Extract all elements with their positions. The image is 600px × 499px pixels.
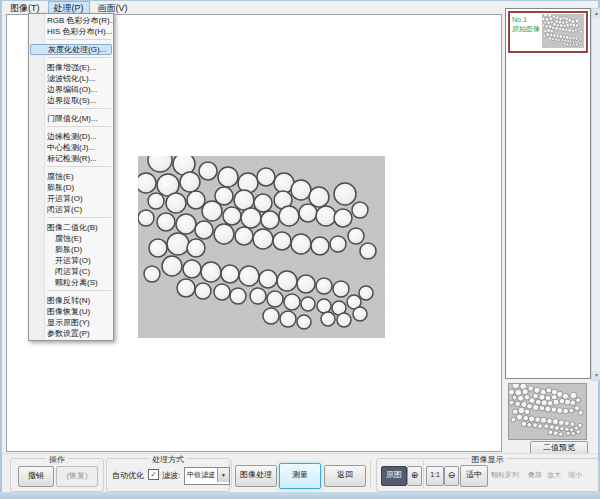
sample-thumbnail-list[interactable]: No.1 原始图像 [505,8,591,379]
sample-list-item-selected[interactable]: No.1 原始图像 [508,11,588,53]
sample-item-line1: No.1 [512,15,542,24]
menu-item[interactable]: 灰度化处理(G)... [30,44,112,55]
menu-item[interactable]: 中心检测(J)... [29,142,113,153]
particle-micrograph-image [138,156,385,338]
menu-item[interactable]: 边界提取(S)... [29,95,113,106]
menu-item[interactable]: 边缘检测(D)... [29,131,113,142]
toolbar-divider [231,460,232,488]
micrograph-svg [138,156,385,338]
menu-item[interactable]: 边界编辑(O)... [29,84,113,95]
menu-item[interactable]: 滤波锐化(L)... [29,73,113,84]
redo-button: (恢复) [56,466,98,487]
original-view-button[interactable]: 原图 [381,466,407,486]
toolbar-divider [370,460,371,488]
image-process-button[interactable]: 图像处理 [235,465,277,487]
auto-optimize-checkbox[interactable]: ✓ [148,469,159,480]
menu-item[interactable]: 闭运算(C) [29,266,113,277]
one-to-one-button[interactable]: 1:1 [426,466,444,486]
bottom-toolbar: 操作 撤销 (恢复) 处理方式 自动优化 ✓ 滤波: 中值滤波 ▼ 图像处理 测… [2,453,598,494]
sample-item-thumbnail [542,14,584,48]
process-dropdown-menu: RGB 色彩分布(R)...HIS 色彩分布(H)...灰度化处理(G)...图… [28,13,114,341]
menu-item[interactable]: HIS 色彩分布(H)... [29,26,113,37]
display-option-enlarge-label: 放大 [547,470,561,480]
menu-item[interactable]: 膨胀(D) [29,182,113,193]
menu-item[interactable]: 图像反转(N) [29,295,113,306]
process-group-label: 处理方式 [149,454,187,465]
filter-label: 滤波: [162,470,180,481]
undo-group-label: 操作 [46,454,68,465]
zoom-in-icon[interactable]: ⊕ [407,466,422,486]
menu-item[interactable]: 显示原图(Y) [29,317,113,328]
auto-optimize-label: 自动优化 [112,470,144,481]
display-option-list-label: 颗粒罗列 [491,470,519,480]
display-group-label: 图像显示 [469,454,507,465]
display-option-shrink-label: 缩小 [568,470,582,480]
menu-item[interactable]: 膨胀(D) [29,244,113,255]
menu-item[interactable]: 闭运算(C) [29,204,113,215]
list-scrollbar[interactable]: ▲ ▼ [591,8,600,381]
menu-item[interactable]: 腐蚀(E) [29,171,113,182]
filter-select[interactable]: 中值滤波 ▼ [184,467,230,485]
display-divider [423,460,424,488]
sample-item-label: No.1 原始图像 [510,13,542,51]
menu-item[interactable]: 颗粒分离(S) [29,277,113,288]
undo-button[interactable]: 撤销 [18,466,54,487]
menu-item[interactable]: RGB 色彩分布(R)... [29,15,113,26]
preview-thumbnail[interactable] [508,383,587,440]
window-frame-bottom [0,492,600,499]
sample-item-line2: 原始图像 [512,24,542,33]
menu-item[interactable]: 开运算(O) [29,193,113,204]
menu-item[interactable]: 标记检测(R)... [29,153,113,164]
chevron-down-icon[interactable]: ▼ [217,468,229,482]
menu-item[interactable]: 门限值化(M)... [29,113,113,124]
preview-thumbnail-svg [509,384,586,439]
application-window: 图像(T) 处理(P) 画面(V) RGB 色彩分布(R)...HIS 色彩分布… [0,0,600,499]
scroll-up-icon[interactable]: ▲ [592,9,600,18]
menu-item[interactable]: 图像增强(E)... [29,62,113,73]
fit-view-button[interactable]: 适中 [460,465,488,487]
measure-button[interactable]: 测量 [279,463,321,489]
scroll-down-icon[interactable]: ▼ [592,371,600,380]
client-area: 图像(T) 处理(P) 画面(V) RGB 色彩分布(R)...HIS 色彩分布… [2,1,598,492]
zoom-out-icon[interactable]: ⊖ [444,466,459,486]
menu-item[interactable]: 图像二值化(B) [29,222,113,233]
menu-item[interactable]: 参数设置(P) [29,328,113,339]
back-button[interactable]: 返回 [324,465,366,487]
menu-item[interactable]: 图像恢复(U) [29,306,113,317]
menu-item[interactable]: 开运算(O) [29,255,113,266]
menu-item[interactable]: 腐蚀(E) [29,233,113,244]
item-thumbnail-svg [542,14,584,48]
display-option-overlay-label: 叠加 [528,470,542,480]
filter-select-value: 中值滤波 [187,471,215,478]
